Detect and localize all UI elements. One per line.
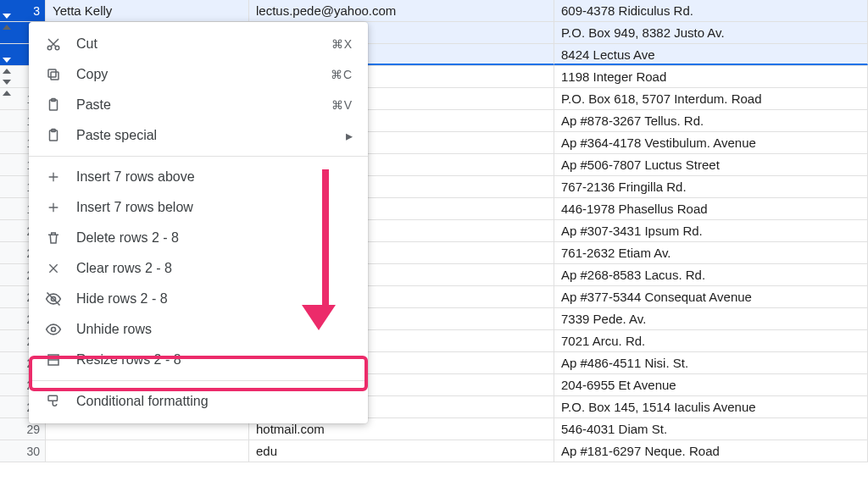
cell[interactable]: Ap #268-8583 Lacus. Rd. — [554, 264, 868, 285]
cell[interactable]: Ap #486-4511 Nisi. St. — [554, 352, 868, 373]
cell[interactable]: 1198 Integer Road — [554, 66, 868, 87]
table-row[interactable]: 3Yetta Kellylectus.pede@yahoo.com609-437… — [0, 0, 868, 22]
row-header[interactable]: 3 — [0, 0, 46, 21]
cell[interactable]: lectus.pede@yahoo.com — [249, 0, 554, 21]
cell[interactable]: Ap #506-7807 Luctus Street — [554, 154, 868, 175]
menu-label: Cut — [76, 36, 331, 52]
table-row[interactable]: 30eduAp #181-6297 Neque. Road — [0, 440, 868, 462]
cell[interactable]: Ap #364-4178 Vestibulum. Avenue — [554, 132, 868, 153]
cell[interactable]: 446-1978 Phasellus Road — [554, 198, 868, 219]
svg-rect-2 — [51, 72, 58, 80]
svg-point-9 — [52, 328, 56, 332]
cell[interactable]: 767-2136 Fringilla Rd. — [554, 176, 868, 197]
plus-icon — [44, 201, 63, 214]
x-icon — [44, 262, 63, 275]
menu-label: Conditional formatting — [76, 394, 353, 409]
menu-separator — [29, 380, 368, 381]
resize-icon — [44, 352, 63, 368]
svg-rect-11 — [48, 395, 58, 401]
cell[interactable]: 8424 Lectus Ave — [554, 44, 868, 65]
cell[interactable]: edu — [249, 440, 554, 462]
cell[interactable]: 609-4378 Ridiculus Rd. — [554, 0, 868, 21]
submenu-arrow-icon: ▸ — [346, 128, 353, 144]
menu-label: Insert 7 rows above — [76, 169, 353, 185]
menu-hide-rows[interactable]: Hide rows 2 - 8 — [29, 284, 368, 314]
eye-off-icon — [44, 290, 63, 307]
menu-insert-above[interactable]: Insert 7 rows above — [29, 162, 368, 192]
menu-label: Paste special — [76, 128, 346, 143]
row-header[interactable]: 30 — [0, 440, 46, 462]
menu-resize-rows[interactable]: Resize rows 2 - 8 — [29, 345, 368, 375]
menu-label: Copy — [76, 67, 331, 82]
menu-cut[interactable]: Cut ⌘X — [29, 29, 368, 59]
cell[interactable]: Ap #307-3431 Ipsum Rd. — [554, 220, 868, 241]
cell[interactable] — [46, 440, 249, 462]
menu-label: Resize rows 2 - 8 — [76, 352, 353, 368]
menu-label: Delete rows 2 - 8 — [76, 230, 353, 246]
menu-copy[interactable]: Copy ⌘C — [29, 59, 368, 90]
svg-rect-3 — [48, 69, 56, 77]
cell[interactable]: 7339 Pede. Av. — [554, 308, 868, 329]
cell[interactable]: P.O. Box 949, 8382 Justo Av. — [554, 22, 868, 43]
cell[interactable]: 761-2632 Etiam Av. — [554, 242, 868, 263]
cell[interactable]: Ap #878-3267 Tellus. Rd. — [554, 110, 868, 131]
menu-unhide-rows[interactable]: Unhide rows — [29, 314, 368, 345]
cell[interactable]: Ap #181-6297 Neque. Road — [554, 440, 868, 462]
cell[interactable]: P.O. Box 618, 5707 Interdum. Road — [554, 88, 868, 109]
paint-icon — [44, 394, 63, 409]
menu-label: Insert 7 rows below — [76, 200, 353, 215]
cell[interactable]: 204-6955 Et Avenue — [554, 374, 868, 395]
menu-shortcut: ⌘X — [331, 37, 353, 51]
menu-conditional-formatting[interactable]: Conditional formatting — [29, 386, 368, 417]
copy-icon — [44, 67, 63, 82]
cell[interactable]: 546-4031 Diam St. — [554, 418, 868, 440]
menu-paste[interactable]: Paste ⌘V — [29, 90, 368, 120]
cell[interactable]: 7021 Arcu. Rd. — [554, 330, 868, 351]
plus-icon — [44, 170, 63, 184]
menu-separator — [29, 156, 368, 157]
menu-clear-rows[interactable]: Clear rows 2 - 8 — [29, 253, 368, 284]
context-menu: Cut ⌘X Copy ⌘C Paste ⌘V Paste special ▸ … — [29, 22, 368, 423]
menu-label: Hide rows 2 - 8 — [76, 291, 353, 307]
cut-icon — [44, 36, 63, 52]
menu-label: Paste — [76, 97, 331, 113]
trash-icon — [44, 230, 63, 246]
menu-paste-special[interactable]: Paste special ▸ — [29, 120, 368, 151]
menu-delete-rows[interactable]: Delete rows 2 - 8 — [29, 223, 368, 253]
paste-icon — [44, 128, 63, 143]
menu-shortcut: ⌘V — [331, 98, 353, 112]
menu-label: Unhide rows — [76, 322, 353, 337]
eye-icon — [44, 321, 63, 338]
paste-icon — [44, 97, 63, 113]
cell[interactable]: Yetta Kelly — [46, 0, 249, 21]
cell[interactable]: Ap #377-5344 Consequat Avenue — [554, 286, 868, 307]
menu-shortcut: ⌘C — [331, 68, 353, 81]
menu-insert-below[interactable]: Insert 7 rows below — [29, 192, 368, 223]
menu-label: Clear rows 2 - 8 — [76, 261, 353, 276]
cell[interactable]: P.O. Box 145, 1514 Iaculis Avenue — [554, 396, 868, 417]
